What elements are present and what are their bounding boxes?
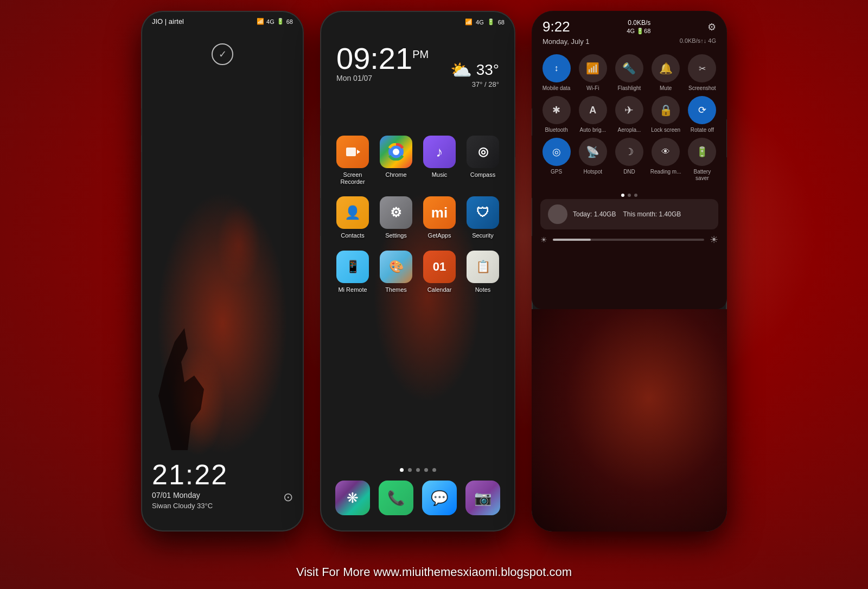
home-clock-date: Mon 01/07 <box>336 74 429 82</box>
power-button <box>726 119 727 157</box>
app-label: Themes <box>385 286 407 293</box>
app-label: Calendar <box>427 286 452 293</box>
signal-icon: 📶 <box>257 18 264 25</box>
phone2-clock-widget: 09:21PM Mon 01/07 <box>336 43 429 82</box>
list-item[interactable]: 🛡 Security <box>464 196 502 239</box>
battery-icon: 🔋 <box>487 18 495 25</box>
toggle-wifi[interactable]: 📶 Wi-Fi <box>577 54 609 92</box>
dock-item-camera[interactable]: 📷 <box>465 481 500 515</box>
list-item[interactable]: 📱 Mi Remote <box>334 251 372 293</box>
volume-up-button <box>532 108 532 136</box>
toggle-auto-brightness[interactable]: A Auto brig... <box>577 96 609 133</box>
list-item[interactable]: ⚙ Settings <box>377 196 415 239</box>
list-item[interactable]: ♪ Music <box>420 136 458 185</box>
dock-item-mi[interactable]: ❋ <box>335 481 370 515</box>
volume-down-button <box>320 198 321 236</box>
settings-gear-icon[interactable]: ⚙ <box>707 21 716 33</box>
themes-icon: 🎨 <box>380 251 412 283</box>
toggle-lock-screen[interactable]: 🔒 Lock screen <box>650 96 681 133</box>
brightness-track[interactable] <box>553 239 704 241</box>
toggle-mobile-data[interactable]: ↕ Mobile data <box>541 54 572 92</box>
toggle-bluetooth[interactable]: ✱ Bluetooth <box>541 96 572 133</box>
app-label: Screen Recorder <box>334 171 372 185</box>
app-label: Compass <box>470 171 495 178</box>
brightness-slider-row[interactable]: ☀ ☀ <box>540 234 718 246</box>
app-label: Contacts <box>341 232 364 239</box>
phone2-status-icons: 📶 4G 🔋 68 <box>465 18 505 25</box>
battery-saver-icon: 🔋 <box>696 146 708 158</box>
list-item[interactable]: 01 Calendar <box>420 251 458 293</box>
notes-icon: 📋 <box>467 251 499 283</box>
page-indicator-dots <box>320 468 515 472</box>
toggle-dnd[interactable]: ☽ DND <box>614 138 645 182</box>
toggle-label: Mobile data <box>542 85 571 92</box>
toggle-aeroplane[interactable]: ✈ Aeropla... <box>614 96 645 133</box>
hotspot-icon: 📡 <box>586 145 599 158</box>
dot-5 <box>432 468 436 472</box>
panel-status-bar: 9:22 0.0KB/s 4G 🔋68 ⚙ <box>532 11 727 37</box>
check-circle[interactable]: ✓ <box>212 43 233 65</box>
toggle-label: DND <box>623 169 635 175</box>
phone3-background <box>532 309 727 532</box>
app-label: GetApps <box>428 232 451 239</box>
lock-screen-weather: Siwan Cloudy 33°C <box>152 502 293 510</box>
rotate-icon: ⟳ <box>698 104 706 116</box>
volume-down-button <box>141 152 142 190</box>
toggle-row-2: ✱ Bluetooth A Auto brig... ✈ <box>538 96 720 133</box>
phone2-status-bar: 📶 4G 🔋 68 <box>331 18 505 25</box>
footer-text: Visit For More www.miuithemesxiaomi.blog… <box>296 565 572 579</box>
dot-1 <box>400 468 404 472</box>
toggle-label: Aeropla... <box>618 127 641 133</box>
phone2: 📶 4G 🔋 68 09:21PM Mon 01/07 ⛅ 33° <box>320 11 515 532</box>
toggle-rotate-off[interactable]: ⟳ Rotate off <box>686 96 718 133</box>
compass-icon: ◎ <box>467 136 499 168</box>
bluetooth-circle: ✱ <box>542 96 571 124</box>
panel-page-dots <box>532 194 727 197</box>
toggle-gps[interactable]: ◎ GPS <box>541 138 572 182</box>
aeroplane-circle: ✈ <box>615 96 643 124</box>
network-text: 4G <box>476 19 484 25</box>
data-month: This month: 1.40GB <box>623 210 681 218</box>
dot-3 <box>416 468 420 472</box>
nebula-bg <box>141 11 304 532</box>
toggle-label: Auto brig... <box>580 127 606 133</box>
list-item[interactable]: mi GetApps <box>420 196 458 239</box>
list-item[interactable]: ◎ Compass <box>464 136 502 185</box>
phone2-weather-widget: ⛅ 33° 37° / 28° <box>450 60 499 88</box>
volume-up-button <box>320 108 321 136</box>
list-item[interactable]: 🎨 Themes <box>377 251 415 293</box>
toggle-label: Hotspot <box>584 169 602 175</box>
clock-ampm: PM <box>412 49 429 60</box>
toggle-label: Screenshot <box>688 85 716 92</box>
lock-screen-icon: 🔒 <box>659 104 673 117</box>
network-type: 0.0KB/s↑↓ 4G <box>680 37 716 46</box>
list-item[interactable]: 📋 Notes <box>464 251 502 293</box>
auto-brightness-circle: A <box>579 96 607 124</box>
dock-item-phone[interactable]: 📞 <box>379 481 413 515</box>
toggle-battery-saver[interactable]: 🔋 Battery saver <box>686 138 718 182</box>
hotspot-circle: 📡 <box>579 138 607 166</box>
list-item[interactable]: 👤 Contacts <box>334 196 372 239</box>
app-grid: Screen Recorder <box>331 136 505 304</box>
contacts-icon: 👤 <box>336 196 369 229</box>
toggle-mute[interactable]: 🔔 Mute <box>650 54 681 92</box>
miremote-icon: 📱 <box>336 251 369 283</box>
toggle-flashlight[interactable]: 🔦 Flashlight <box>614 54 645 92</box>
app-row-3: 📱 Mi Remote 🎨 Themes 01 C <box>331 251 505 293</box>
screen-recorder-icon <box>336 136 369 168</box>
list-item[interactable]: Screen Recorder <box>334 136 372 185</box>
dock-item-messages[interactable]: 💬 <box>422 481 457 515</box>
toggle-reading-mode[interactable]: 👁 Reading m... <box>650 138 681 182</box>
mobile-data-icon: ↕ <box>554 63 559 73</box>
app-label: Mi Remote <box>338 286 367 293</box>
flashlight-circle: 🔦 <box>615 54 643 82</box>
battery-saver-circle: 🔋 <box>688 138 716 166</box>
bluetooth-icon: ✱ <box>552 104 560 116</box>
camera-shortcut-icon[interactable]: ⊙ <box>283 490 293 504</box>
screenshot-icon: ✂ <box>699 63 706 74</box>
svg-marker-1 <box>357 150 360 154</box>
brightness-low-icon: ☀ <box>540 235 547 244</box>
list-item[interactable]: Chrome <box>377 136 415 185</box>
toggle-hotspot[interactable]: 📡 Hotspot <box>577 138 609 182</box>
toggle-screenshot[interactable]: ✂ Screenshot <box>686 54 718 92</box>
